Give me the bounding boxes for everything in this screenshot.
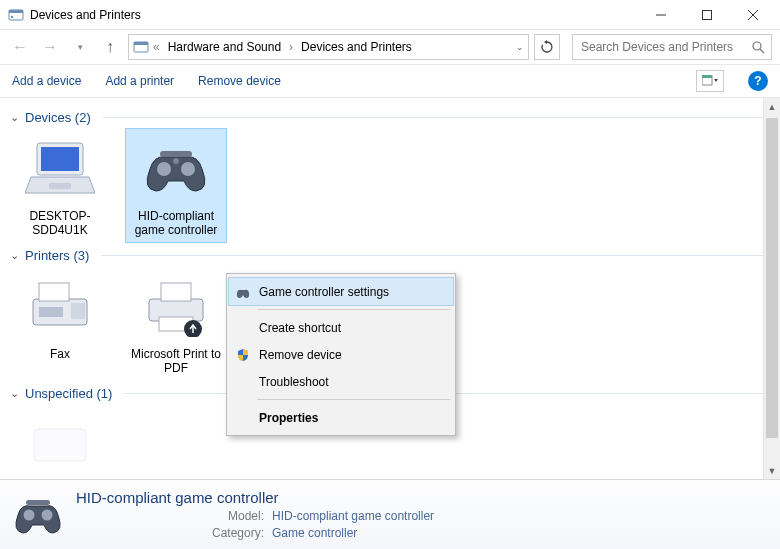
help-button[interactable]: ? (748, 71, 768, 91)
breadcrumb-icon (133, 39, 149, 55)
breadcrumb-segment-1[interactable]: Hardware and Sound (164, 40, 285, 54)
maximize-button[interactable] (684, 0, 730, 30)
menu-label: Game controller settings (259, 285, 389, 299)
printer-label: Fax (14, 347, 106, 361)
window-title: Devices and Printers (30, 8, 141, 22)
scroll-down-button[interactable]: ▼ (764, 462, 780, 479)
category-label: Category: (206, 526, 264, 540)
svg-rect-12 (702, 75, 712, 78)
svg-rect-25 (161, 283, 191, 301)
game-controller-icon (10, 487, 66, 543)
forward-button[interactable]: → (38, 35, 62, 59)
details-text: HID-compliant game controller Model: HID… (76, 489, 434, 540)
game-controller-icon (140, 133, 212, 205)
svg-point-36 (42, 509, 53, 520)
up-button[interactable]: ↑ (98, 35, 122, 59)
search-icon[interactable] (752, 41, 765, 54)
svg-point-9 (753, 42, 761, 50)
svg-point-18 (173, 158, 179, 164)
nav-bar: ← → ▾ ↑ « Hardware and Sound › Devices a… (0, 30, 780, 64)
svg-rect-37 (26, 500, 50, 505)
unspecified-item[interactable] (10, 405, 110, 478)
context-menu: Game controller settings Create shortcut… (226, 273, 456, 436)
svg-rect-34 (34, 429, 86, 461)
menu-item-properties[interactable]: Properties (229, 404, 453, 431)
menu-label: Properties (259, 411, 318, 425)
search-input[interactable] (579, 39, 752, 55)
scroll-thumb[interactable] (766, 118, 778, 438)
svg-rect-22 (71, 303, 85, 319)
menu-separator (257, 399, 451, 400)
back-button[interactable]: ← (8, 35, 32, 59)
details-title: HID-compliant game controller (76, 489, 434, 506)
menu-separator (257, 309, 451, 310)
breadcrumb-sep: « (151, 40, 162, 54)
svg-line-10 (760, 49, 764, 53)
close-button[interactable] (730, 0, 776, 30)
svg-point-17 (181, 162, 195, 176)
category-value: Game controller (272, 526, 357, 540)
vertical-scrollbar[interactable]: ▲ ▼ (763, 98, 780, 479)
add-device-button[interactable]: Add a device (12, 74, 81, 88)
group-title-printers: Printers (3) (25, 248, 89, 263)
title-bar: Devices and Printers (0, 0, 780, 30)
menu-item-troubleshoot[interactable]: Troubleshoot (229, 368, 453, 395)
menu-item-remove-device[interactable]: Remove device (229, 341, 453, 368)
svg-rect-15 (49, 183, 71, 189)
group-header-printers[interactable]: ⌄ Printers (3) (10, 248, 770, 263)
controller-icon (235, 284, 251, 300)
minimize-button[interactable] (638, 0, 684, 30)
printer-item-pdf[interactable]: Microsoft Print to PDF (126, 267, 226, 380)
app-icon (8, 7, 24, 23)
svg-point-35 (24, 509, 35, 520)
svg-rect-19 (160, 151, 192, 157)
device-label: DESKTOP-SDD4U1K (14, 209, 106, 238)
search-box[interactable] (572, 34, 772, 60)
refresh-button[interactable] (534, 34, 560, 60)
shield-icon (235, 347, 251, 363)
add-printer-button[interactable]: Add a printer (105, 74, 174, 88)
laptop-icon (24, 133, 96, 205)
svg-rect-14 (41, 147, 79, 171)
printer-icon (140, 271, 212, 343)
svg-rect-1 (9, 10, 23, 13)
recent-dropdown[interactable]: ▾ (68, 35, 92, 59)
model-label: Model: (206, 509, 264, 523)
svg-point-16 (157, 162, 171, 176)
breadcrumb-segment-2[interactable]: Devices and Printers (297, 40, 416, 54)
details-pane: HID-compliant game controller Model: HID… (0, 479, 780, 549)
menu-label: Create shortcut (259, 321, 341, 335)
printer-label: Microsoft Print to PDF (130, 347, 222, 376)
breadcrumb-dropdown[interactable]: ⌄ (516, 42, 524, 52)
device-item-controller[interactable]: HID-compliant game controller (126, 129, 226, 242)
fax-icon (24, 271, 96, 343)
svg-rect-8 (134, 42, 148, 45)
menu-item-game-settings[interactable]: Game controller settings (229, 278, 453, 305)
content-area: ⌄ Devices (2) DESKTOP-SDD4U1K (0, 98, 780, 478)
devices-row: DESKTOP-SDD4U1K HID-compliant game contr… (10, 129, 770, 242)
remove-device-button[interactable]: Remove device (198, 74, 281, 88)
chevron-down-icon: ⌄ (10, 387, 19, 400)
menu-label: Troubleshoot (259, 375, 329, 389)
group-title-devices: Devices (2) (25, 110, 91, 125)
group-header-devices[interactable]: ⌄ Devices (2) (10, 110, 770, 125)
breadcrumb[interactable]: « Hardware and Sound › Devices and Print… (128, 34, 529, 60)
device-item-desktop[interactable]: DESKTOP-SDD4U1K (10, 129, 110, 242)
printer-item-fax[interactable]: Fax (10, 267, 110, 380)
svg-rect-21 (39, 283, 69, 301)
generic-device-icon (24, 409, 96, 478)
device-label: HID-compliant game controller (130, 209, 222, 238)
chevron-down-icon: ⌄ (10, 249, 19, 262)
group-title-unspecified: Unspecified (1) (25, 386, 112, 401)
svg-rect-23 (39, 307, 63, 317)
command-bar: Add a device Add a printer Remove device… (0, 64, 780, 98)
svg-rect-4 (703, 10, 712, 19)
menu-item-create-shortcut[interactable]: Create shortcut (229, 314, 453, 341)
svg-point-2 (11, 15, 13, 17)
model-value: HID-compliant game controller (272, 509, 434, 523)
chevron-down-icon: ⌄ (10, 111, 19, 124)
scroll-up-button[interactable]: ▲ (764, 98, 780, 115)
chevron-right-icon: › (287, 40, 295, 54)
view-options-button[interactable] (696, 70, 724, 92)
menu-label: Remove device (259, 348, 342, 362)
